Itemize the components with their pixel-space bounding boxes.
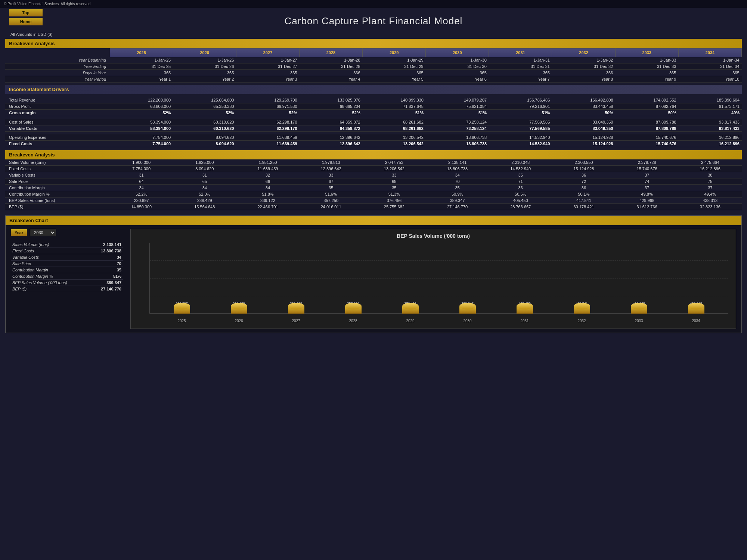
stat-fixed-costs-label: Fixed Costs: [11, 248, 90, 254]
bea-fixed-costs-row: Fixed Costs 7.754.000 8.094.620 11.639.4…: [5, 166, 742, 172]
company-label: © Profit Vision Financial Services. All …: [4, 2, 92, 6]
x-label-2032: 2032: [573, 319, 591, 323]
bar-2030: [459, 306, 476, 314]
year-2028: 2028: [299, 49, 362, 57]
gross-margin-row: Gross margin 52% 52% 52% 52% 51% 51% 51%…: [5, 110, 742, 116]
gross-profit-row: Gross Profit 63.806.000 65.353.380 66.97…: [5, 103, 742, 110]
stat-fixed-costs-value: 13.806.738: [90, 248, 123, 254]
stat-contribution-margin: Contribution Margin 35: [11, 267, 123, 273]
nav-buttons: Top Home: [4, 7, 48, 28]
bar-2027: [288, 306, 304, 314]
yb-2032: 1-Jan-32: [552, 57, 615, 63]
bea-contribution-margin-pct-row: Contribution Margin % 52,2% 52,0% 51,8% …: [5, 191, 742, 197]
bea-sale-price-row: Sale Price 64 65 66 67 68 70 71 72 74 75: [5, 178, 742, 185]
year-ending-label: Year Ending: [5, 63, 110, 70]
total-revenue-row: Total Revenue 122.200.000 125.664.000 12…: [5, 97, 742, 103]
yb-2034: 1-Jan-34: [678, 57, 741, 63]
year-period-label: Year Period: [5, 76, 110, 83]
bar-2031: [517, 306, 533, 314]
bar-group-2032: 417.541: [573, 302, 591, 314]
year-select[interactable]: 2025 2026 2027 2028 2029 2030 2031 2032 …: [30, 229, 56, 236]
year-2025: 2025: [110, 49, 173, 57]
bar-group-2028: 357.250: [344, 302, 363, 314]
year-label: Year: [11, 229, 27, 236]
x-label-2028: 2028: [344, 319, 363, 323]
stats-table: Sales Volume (tons) 2.138.141 Fixed Cost…: [11, 242, 123, 292]
stat-sale-price: Sale Price 70: [11, 261, 123, 267]
top-bar: © Profit Vision Financial Services. All …: [0, 0, 747, 8]
spacer-row3: [5, 131, 742, 134]
bar-2026: [231, 306, 247, 314]
x-label-2029: 2029: [401, 319, 420, 323]
stat-sales-volume-value: 2.138.141: [90, 242, 123, 248]
year-period-row: Year Period Year 1 Year 2 Year 3 Year 4 …: [5, 76, 742, 83]
bea-bep-dollar-label: BEP ($): [5, 204, 110, 210]
bar-2025: [174, 306, 190, 314]
bar-group-2025: 230.897: [173, 302, 191, 314]
yb-2025: 1-Jan-25: [110, 57, 173, 63]
income-drivers-header: Income Statement Drivers: [5, 85, 742, 94]
operating-expenses-row: Operating Expenses 7.754.000 8.094.620 1…: [5, 134, 742, 141]
bea-bep-sales-label: BEP Sales Volume (tons): [5, 197, 110, 204]
stat-variable-costs: Variable Costs 34: [11, 254, 123, 261]
stat-sale-price-value: 70: [90, 261, 123, 267]
stat-variable-costs-value: 34: [90, 254, 123, 261]
fixed-costs-label: Fixed Costs: [5, 141, 110, 147]
x-label-2031: 2031: [515, 319, 534, 323]
cost-of-sales-row: Cost of Sales 58.394.000 60.310.620 62.2…: [5, 119, 742, 125]
year-2034: 2034: [678, 49, 741, 57]
year-2032: 2032: [552, 49, 615, 57]
gross-profit-label: Gross Profit: [5, 103, 110, 110]
chart-left-panel: Year 2025 2026 2027 2028 2029 2030 2031 …: [11, 229, 123, 329]
gross-margin-label: Gross margin: [5, 110, 110, 116]
top-button[interactable]: Top: [9, 9, 43, 16]
variable-costs-label: Variable Costs: [5, 125, 110, 131]
bar-group-2029: 376.456: [401, 302, 420, 314]
bar-chart-container: BEP Sales Volume ('000 tons) 230.897238.…: [130, 229, 736, 329]
yb-2031: 1-Jan-31: [489, 57, 552, 63]
bea-bep-sales-volume-row: BEP Sales Volume (tons) 230.897 238.429 …: [5, 197, 742, 204]
breakeven-header: Breakeven Analysis: [5, 39, 742, 48]
stat-sales-volume-label: Sales Volume (tons): [11, 242, 90, 248]
bea-cm-pct-label: Contribution Margin %: [5, 191, 110, 197]
stat-cm-pct-label: Contribution Margin %: [11, 273, 90, 280]
stat-cm-label: Contribution Margin: [11, 267, 90, 273]
breakeven-analysis2-header: Breakeven Analysis: [5, 150, 742, 159]
bar-group-2027: 339.122: [287, 302, 306, 314]
year-2026: 2026: [173, 49, 236, 57]
x-label-2026: 2026: [230, 319, 248, 323]
total-revenue-label: Total Revenue: [5, 97, 110, 103]
days-label: Days in Year: [5, 70, 110, 76]
currency-note: All Amounts in USD ($): [5, 31, 742, 39]
bar-2028: [345, 306, 362, 314]
year-2029: 2029: [363, 49, 426, 57]
home-button[interactable]: Home: [9, 18, 43, 25]
stat-bep-sales-label: BEP Sales Volume ('000 tons): [11, 280, 90, 286]
year-beginning-row: Year Beginning 1-Jan-25 1-Jan-26 1-Jan-2…: [5, 57, 742, 63]
spacer-row2: [5, 116, 742, 119]
bea-sale-price-label: Sale Price: [5, 178, 110, 185]
bar-2029: [402, 306, 419, 314]
x-label-2033: 2033: [630, 319, 648, 323]
bea-fixed-costs-label: Fixed Costs: [5, 166, 110, 172]
stat-bep-dollar-value: 27.146.770: [90, 286, 123, 292]
stat-cm-value: 35: [90, 267, 123, 273]
bea-contribution-margin-label: Contribution Margin: [5, 185, 110, 191]
bar-2034: [688, 306, 704, 314]
bea-sales-volume-row: Sales Volume (tons) 1.900.000 1.925.000 …: [5, 159, 742, 166]
stat-bep-dollar: BEP ($) 27.146.770: [11, 286, 123, 292]
stat-contribution-margin-pct: Contribution Margin % 51%: [11, 273, 123, 280]
bea-variable-costs-row: Variable Costs 31 31 32 33 33 34 35 36 3…: [5, 172, 742, 178]
stat-bep-sales-value: 389.347: [90, 280, 123, 286]
bar-group-2033: 429.968: [630, 302, 648, 314]
yb-2027: 1-Jan-27: [236, 57, 299, 63]
page-title: Carbon Capture Plant Financial Model: [0, 8, 747, 31]
bar-group-2026: 238.429: [230, 302, 248, 314]
year-selector[interactable]: Year 2025 2026 2027 2028 2029 2030 2031 …: [11, 229, 123, 236]
year-beginning-label: Year Beginning: [5, 57, 110, 63]
bar-group-2030: 389.347: [458, 302, 477, 314]
cost-of-sales-label: Cost of Sales: [5, 119, 110, 125]
bar-2032: [574, 306, 590, 314]
operating-expenses-label: Operating Expenses: [5, 134, 110, 141]
stat-cm-pct-value: 51%: [90, 273, 123, 280]
